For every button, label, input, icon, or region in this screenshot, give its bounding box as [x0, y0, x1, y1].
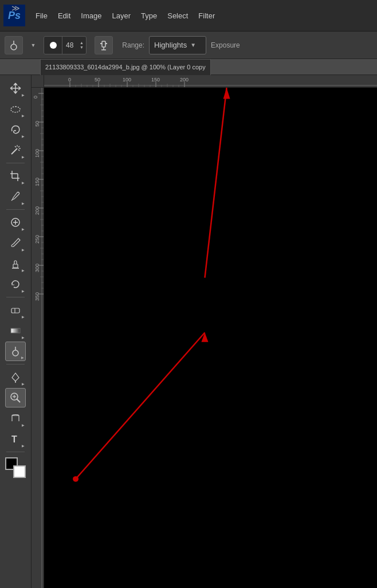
- toolbar: ▶ ▶ ▶ ▶ ▶ ▶ ▶: [0, 75, 32, 588]
- svg-line-31: [17, 399, 20, 402]
- brush-tool[interactable]: ▶: [5, 233, 26, 253]
- svg-text:250: 250: [34, 235, 40, 244]
- magic-wand-tool[interactable]: ▶: [5, 140, 26, 160]
- ruler-left-svg: 0 50 100 150 200 250 300 350: [32, 88, 44, 588]
- options-bar: ▼ 48 ▲ ▼ Range: Highlights ▼ Exposure: [0, 32, 377, 59]
- menu-file[interactable]: File: [31, 9, 52, 22]
- document-tab[interactable]: 21133809333_6014da2994_b.jpg @ 100% (Lay…: [40, 59, 211, 75]
- svg-rect-7: [11, 107, 20, 112]
- foreground-background-colors[interactable]: [5, 457, 26, 478]
- eyedropper-tool[interactable]: ▶: [5, 187, 26, 206]
- annotation-svg: [44, 88, 377, 588]
- svg-point-0: [11, 44, 17, 50]
- svg-text:100: 100: [123, 77, 131, 83]
- svg-text:0: 0: [33, 96, 38, 99]
- gradient-tool[interactable]: ▶: [5, 321, 26, 340]
- exposure-label: Exposure: [211, 41, 240, 49]
- background-color[interactable]: [13, 465, 26, 478]
- ruler-corner: [32, 75, 44, 88]
- crop-tool[interactable]: ▶: [5, 166, 26, 186]
- range-dropdown[interactable]: Highlights ▼: [149, 36, 206, 54]
- svg-rect-6: [105, 43, 107, 44]
- toolbar-separator-1: [6, 163, 25, 163]
- doc-tab-bar: ≫ 21133809333_6014da2994_b.jpg @ 100% (L…: [0, 59, 377, 75]
- main-area: ▶ ▶ ▶ ▶ ▶ ▶ ▶: [0, 75, 377, 588]
- options-dropdown-arrow[interactable]: ▼: [28, 36, 39, 54]
- svg-text:200: 200: [34, 206, 40, 215]
- canvas-content[interactable]: [44, 88, 377, 588]
- range-label: Range:: [122, 41, 144, 49]
- brush-preview: [44, 36, 62, 54]
- svg-rect-5: [100, 43, 102, 44]
- pen-tool[interactable]: ▶: [5, 367, 26, 387]
- svg-line-18: [11, 199, 13, 201]
- range-value: Highlights: [154, 41, 187, 49]
- svg-text:150: 150: [151, 77, 160, 83]
- move-tool[interactable]: ▶: [5, 79, 26, 98]
- toolbar-separator-4: [6, 364, 25, 364]
- svg-line-8: [11, 148, 17, 154]
- brush-size-control[interactable]: 48 ▲ ▼: [44, 36, 87, 54]
- menu-bar: Ps File Edit Image Layer Type Select Fil…: [0, 0, 377, 32]
- menu-edit[interactable]: Edit: [53, 9, 75, 22]
- toolbar-separator-2: [6, 209, 25, 210]
- text-tool[interactable]: T ▶: [5, 429, 26, 449]
- svg-text:200: 200: [180, 77, 188, 83]
- svg-rect-22: [13, 264, 18, 268]
- svg-point-27: [13, 350, 18, 356]
- svg-text:350: 350: [34, 292, 40, 301]
- svg-text:100: 100: [34, 149, 40, 158]
- svg-text:50: 50: [34, 121, 40, 127]
- lasso-tool[interactable]: ▶: [5, 120, 26, 139]
- svg-text:300: 300: [34, 264, 40, 272]
- panel-expand-icon[interactable]: ≫: [11, 3, 20, 13]
- svg-point-111: [73, 476, 78, 482]
- marquee-tool[interactable]: ▶: [5, 99, 26, 119]
- toolbar-separator-3: [6, 297, 25, 297]
- toolbar-separator-5: [6, 452, 25, 452]
- dodge-burn-tool[interactable]: ▶: [5, 342, 26, 361]
- dodge-tool-options-icon[interactable]: [5, 36, 23, 54]
- canvas-image[interactable]: [44, 88, 377, 588]
- svg-text:T: T: [11, 434, 17, 444]
- svg-line-109: [76, 332, 205, 479]
- menu-filter[interactable]: Filter: [194, 9, 219, 22]
- zoom-tool[interactable]: [5, 388, 26, 407]
- svg-rect-26: [11, 328, 20, 333]
- svg-line-107: [205, 88, 226, 278]
- healing-tool[interactable]: ▶: [5, 213, 26, 232]
- ruler-left: 0 50 100 150 200 250 300 350: [32, 88, 44, 588]
- ruler-top-svg: 0 50 100 150 200: [44, 75, 377, 88]
- svg-rect-2: [102, 41, 105, 47]
- document-title: 21133809333_6014da2994_b.jpg @ 100% (Lay…: [45, 64, 206, 70]
- ruler-top: 0 50 100 150 200: [44, 75, 377, 88]
- svg-line-11: [18, 146, 19, 147]
- svg-text:150: 150: [34, 178, 40, 186]
- menu-type[interactable]: Type: [136, 9, 162, 22]
- canvas-area[interactable]: 0 50 100 150 200: [32, 75, 377, 588]
- svg-marker-110: [201, 332, 208, 342]
- history-brush-tool[interactable]: ▶: [5, 275, 26, 294]
- mode-icon[interactable]: [95, 36, 113, 54]
- svg-text:0: 0: [68, 77, 71, 83]
- menu-select[interactable]: Select: [163, 9, 193, 22]
- range-dropdown-arrow: ▼: [190, 42, 196, 48]
- eraser-tool[interactable]: ▶: [5, 300, 26, 320]
- brush-size-value: 48: [62, 41, 77, 49]
- svg-marker-108: [223, 88, 230, 99]
- menu-image[interactable]: Image: [76, 9, 106, 22]
- brush-size-arrows[interactable]: ▲ ▼: [77, 36, 86, 54]
- svg-line-12: [15, 146, 16, 147]
- menu-layer[interactable]: Layer: [108, 9, 136, 22]
- svg-line-13: [18, 150, 19, 151]
- svg-text:50: 50: [95, 77, 100, 83]
- stamp-tool[interactable]: ▶: [5, 254, 26, 273]
- type-tool[interactable]: ▶: [5, 409, 26, 428]
- svg-rect-24: [11, 308, 19, 313]
